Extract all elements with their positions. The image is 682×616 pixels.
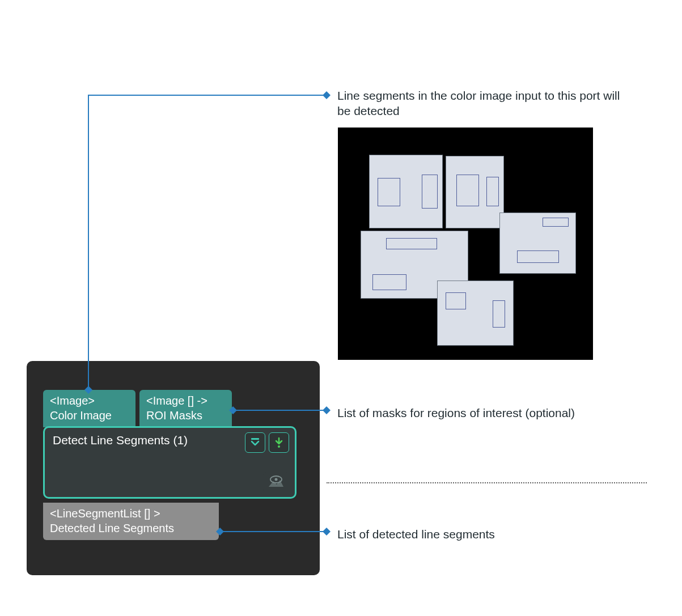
port-type: <Image>	[50, 393, 129, 408]
svg-rect-0	[251, 438, 259, 440]
arrow-down-dot-icon	[273, 437, 285, 448]
eye-image-icon	[268, 475, 285, 489]
port-label: Detected Line Segments	[50, 521, 212, 536]
output-port-line-segments[interactable]: <LineSegmentList [] > Detected Line Segm…	[43, 503, 219, 540]
input-port-color-image[interactable]: <Image> Color Image	[43, 390, 135, 427]
section-divider	[327, 482, 647, 483]
svg-marker-7	[323, 406, 331, 414]
annotation-roi-masks: List of masks for regions of interest (o…	[337, 405, 575, 420]
node-title: Detect Line Segments (1)	[53, 434, 188, 447]
svg-point-3	[275, 478, 278, 481]
annotation-output: List of detected line segments	[337, 526, 495, 542]
illustration-image	[338, 128, 593, 360]
annotation-color-image: Line segments in the color image input t…	[337, 88, 632, 119]
svg-point-1	[278, 445, 280, 448]
download-button[interactable]	[269, 432, 289, 453]
svg-marker-9	[323, 528, 331, 536]
diagram-root: Line segments in the color image input t…	[0, 0, 682, 616]
port-label: Color Image	[50, 408, 129, 423]
input-port-roi-masks[interactable]: <Image [] -> ROI Masks	[139, 390, 232, 427]
expand-button[interactable]	[245, 432, 265, 453]
port-type: <Image [] ->	[146, 393, 225, 408]
node-panel: <Image> Color Image <Image [] -> ROI Mas…	[27, 361, 320, 575]
preview-button[interactable]	[263, 472, 289, 492]
port-label: ROI Masks	[146, 408, 225, 423]
node-body[interactable]: Detect Line Segments (1)	[43, 426, 296, 499]
port-type: <LineSegmentList [] >	[50, 506, 212, 521]
chevron-double-down-icon	[249, 437, 261, 448]
svg-marker-5	[323, 91, 331, 99]
